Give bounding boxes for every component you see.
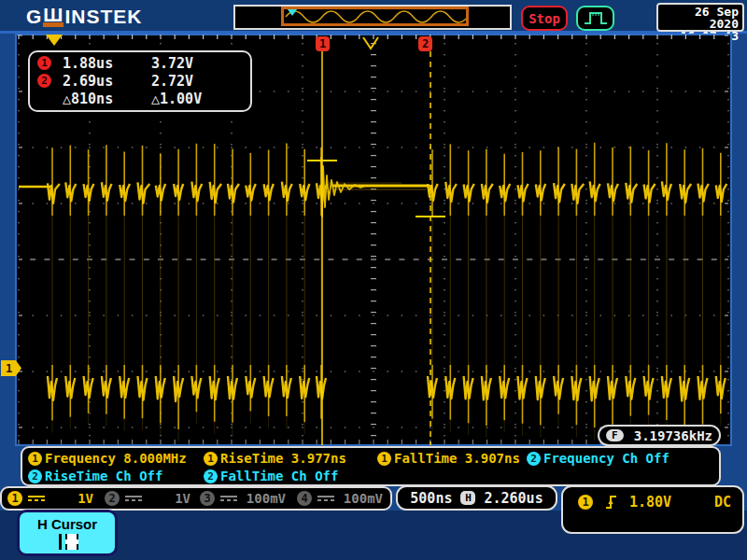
ch1-badge: 1 — [28, 452, 42, 466]
logo-underline — [43, 22, 63, 27]
date-text: 26 Sep 2020 — [662, 6, 739, 30]
ch2-badge: 2 — [28, 469, 42, 483]
channel1-badge: 1 — [7, 491, 22, 506]
meas-label: RiseTime 3.977ns — [220, 451, 346, 466]
cursor1-volt: 3.72V — [151, 55, 193, 72]
channel3-scale: 100mV — [243, 491, 286, 506]
meas-falltime-ch2: 2 FallTime Ch Off — [204, 469, 338, 483]
channel-status-bar: 1 1V 2 1V 3 100mV 4 100mV — [0, 486, 392, 511]
meas-risetime-ch2: 2 RiseTime Ch Off — [28, 469, 162, 483]
cursor-readout-panel: 1 1.88us 3.72V 2 2.69us 2.72V △810ns △1.… — [28, 50, 252, 112]
ch2-badge: 2 — [527, 452, 541, 466]
trigger-row: 1 1.80V DC — [563, 487, 742, 511]
cursor1-readout: 1 1.88us 3.72V — [37, 54, 243, 72]
h-cursor1-handle[interactable]: 1 — [316, 36, 330, 51]
meas-frequency-ch2: 2 Frequency Ch Off — [527, 451, 669, 466]
meas-risetime-ch1: 1 RiseTime 3.977ns — [204, 451, 346, 466]
display-window-indicator[interactable] — [281, 7, 469, 26]
channel4-scale: 100mV — [340, 491, 383, 506]
frequency-counter-value: 3.19736kHz — [634, 428, 712, 443]
meas-frequency-ch1: 1 Frequency 8.000MHz — [28, 451, 187, 466]
logo-g: G — [26, 6, 42, 28]
record-preview-bar — [233, 5, 512, 30]
timebase-position: 2.260us — [484, 490, 543, 507]
meas-label: FallTime Ch Off — [220, 469, 338, 483]
stop-button[interactable]: Stop — [521, 6, 568, 31]
timebase-scale: 500ns — [410, 490, 452, 507]
channel4-status[interactable]: 4 100mV — [297, 491, 383, 506]
trigger-status[interactable]: 1 1.80V DC — [561, 485, 744, 534]
channel3-badge: 3 — [200, 491, 215, 506]
ch2-badge: 2 — [204, 469, 218, 483]
cursor2-time: 2.69us — [63, 73, 151, 90]
ch1-badge: 1 — [204, 452, 218, 466]
channel1-status[interactable]: 1 1V — [7, 491, 93, 506]
cursor-delta-readout: △810ns △1.00V — [37, 91, 243, 108]
pulse-mode-button[interactable] — [576, 6, 614, 31]
preview-trigger-marker-icon — [288, 9, 297, 16]
cursor1-badge: 1 — [37, 56, 51, 70]
rising-edge-icon — [604, 493, 618, 511]
logo-instek: INSTEK — [64, 6, 142, 28]
frequency-counter-icon: F — [606, 429, 624, 441]
meas-label: Frequency 8.000MHz — [45, 451, 187, 466]
cursor1-time: 1.88us — [63, 55, 151, 72]
channel2-scale: 1V — [148, 491, 190, 506]
horizontal-badge: H — [460, 491, 475, 505]
channel2-badge: 2 — [105, 491, 120, 506]
timebase-status[interactable]: 500ns H 2.260us — [396, 485, 557, 511]
stop-label: Stop — [529, 11, 560, 26]
logo-w-mark: Ш — [42, 4, 64, 26]
h-cursor-label: H Cursor — [37, 516, 97, 532]
cursor2-badge: 2 — [37, 74, 51, 88]
dc-coupling-icon — [125, 496, 142, 501]
delta-volt: △1.00V — [151, 91, 202, 107]
oscilloscope-screen: GШINSTEK Stop 26 Sep 2020 16:07:43 1 2 1… — [0, 0, 747, 560]
frequency-counter: F 3.19736kHz — [598, 425, 721, 446]
measurement-bar: 1 Frequency 8.000MHz 1 RiseTime 3.977ns … — [21, 446, 721, 486]
h-cursor2-handle[interactable]: 2 — [418, 36, 432, 51]
channel3-status[interactable]: 3 100mV — [200, 491, 286, 506]
cursor2-volt: 2.72V — [151, 73, 193, 90]
trigger-coupling: DC — [714, 494, 731, 511]
meas-label: Frequency Ch Off — [543, 451, 669, 466]
trigger-position-marker[interactable] — [46, 35, 63, 46]
gwinstek-logo: GШINSTEK — [26, 6, 142, 28]
preview-waveform — [284, 9, 466, 23]
meas-label: RiseTime Ch Off — [45, 469, 162, 483]
trigger-level: 1.80V — [629, 494, 671, 511]
dc-coupling-icon — [220, 496, 237, 501]
pulse-icon — [582, 9, 610, 27]
dc-coupling-icon — [317, 496, 334, 501]
h-cursor-icon — [54, 534, 80, 550]
h-cursor-softkey[interactable]: H Cursor — [17, 510, 118, 556]
meas-falltime-ch1: 1 FallTime 3.907ns — [377, 451, 520, 466]
trigger-source-badge: 1 — [578, 495, 593, 510]
delta-time: △810ns — [63, 91, 151, 107]
datetime-display: 26 Sep 2020 16:07:43 — [656, 3, 744, 32]
cursor2-readout: 2 2.69us 2.72V — [37, 72, 243, 90]
dc-coupling-icon — [28, 496, 45, 501]
channel2-status[interactable]: 2 1V — [105, 491, 190, 506]
meas-label: FallTime 3.907ns — [394, 451, 520, 466]
channel4-badge: 4 — [297, 491, 312, 506]
channel1-scale: 1V — [50, 491, 93, 506]
ch1-badge: 1 — [377, 452, 391, 466]
